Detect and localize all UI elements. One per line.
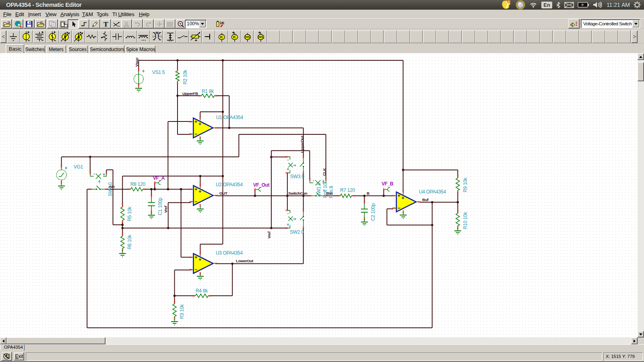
svg-text:SW1 0: SW1 0 (316, 183, 322, 197)
svg-text:OUT: OUT (219, 191, 227, 195)
svg-text:+: + (142, 68, 145, 74)
svg-text:R3 10k: R3 10k (179, 304, 185, 319)
svg-text:4: 4 (508, 0, 510, 3)
svg-text:HS: HS (258, 35, 263, 39)
svg-text:R8 120: R8 120 (130, 181, 146, 187)
svg-text:Vsup: Vsup (134, 58, 139, 67)
svg-text:VG1: VG1 (74, 164, 83, 170)
svg-text:VS1 5: VS1 5 (152, 70, 165, 75)
svg-text:U4 OPA4354: U4 OPA4354 (419, 189, 446, 195)
svg-text:SW2 0: SW2 0 (290, 229, 304, 235)
svg-text:U1 OPA4354: U1 OPA4354 (216, 115, 243, 120)
svg-text:R10 10k: R10 10k (462, 212, 468, 229)
svg-text:Roff 1G: Roff 1G (322, 182, 328, 198)
svg-text:SwitchCon: SwitchCon (288, 191, 308, 195)
svg-text:L: L (161, 35, 162, 38)
svg-text:U2 OPA4354: U2 OPA4354 (216, 182, 243, 187)
svg-text:LowerOut: LowerOut (236, 259, 254, 263)
svg-text:R7 120: R7 120 (340, 187, 355, 193)
svg-text:+: + (65, 165, 68, 171)
svg-text:C1 100p: C1 100p (157, 197, 163, 215)
svg-text:C2 100p: C2 100p (370, 203, 376, 221)
svg-text:R4 8k: R4 8k (196, 288, 208, 294)
svg-text:SW3 0: SW3 0 (290, 174, 304, 179)
svg-text:Bin: Bin (326, 191, 332, 195)
svg-text:Ain: Ain (109, 184, 115, 189)
svg-text:VF_A: VF_A (153, 175, 165, 181)
svg-text:R2 10k: R2 10k (182, 69, 188, 84)
svg-text:VF_Out: VF_Out (253, 182, 270, 188)
svg-text:UpperFB: UpperFB (182, 91, 198, 96)
svg-text:L: L (153, 35, 154, 38)
svg-text:R9 10k: R9 10k (462, 177, 468, 192)
svg-text:Buf: Buf (422, 197, 429, 202)
svg-text:+: + (287, 167, 289, 171)
svg-text:R5 10k: R5 10k (127, 206, 132, 221)
svg-text:B: B (367, 191, 369, 195)
svg-text:+: + (287, 222, 289, 227)
svg-text:UpperOut: UpperOut (300, 136, 304, 153)
svg-text:Vref: Vref (163, 206, 168, 213)
svg-text:R1 8k: R1 8k (202, 88, 214, 94)
svg-text:IC: IC (220, 35, 224, 39)
svg-text:1K: 1K (220, 21, 225, 25)
svg-text:IC: IC (233, 35, 237, 39)
svg-text:R6 10k: R6 10k (127, 234, 132, 249)
svg-text:U3 OPA4354: U3 OPA4354 (216, 250, 243, 256)
svg-text:HS: HS (245, 35, 250, 39)
svg-text:M: M (156, 31, 159, 35)
svg-text:V: V (64, 35, 67, 39)
svg-text:+: + (103, 172, 105, 177)
svg-text:T: T (103, 21, 108, 27)
svg-text:CLK: CLK (322, 168, 326, 176)
svg-text:A: A (77, 35, 80, 39)
svg-text:VF_B: VF_B (382, 181, 394, 187)
svg-text:Vref: Vref (267, 231, 271, 239)
